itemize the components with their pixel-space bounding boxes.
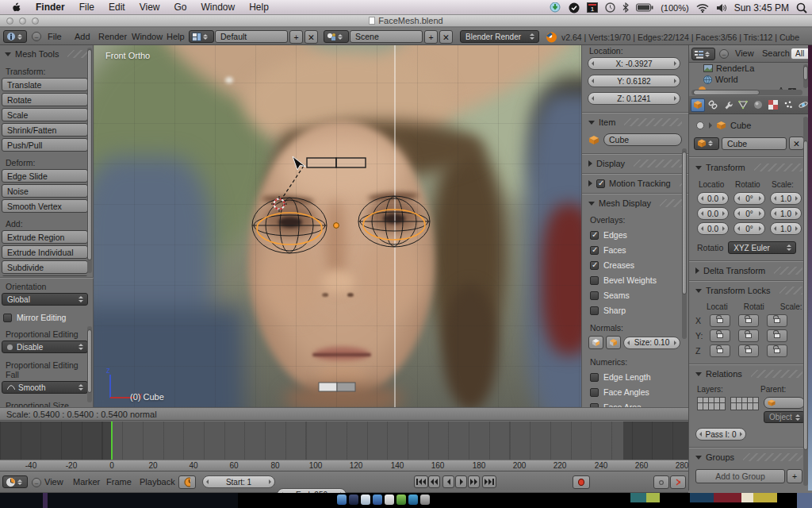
loc-y-field[interactable]: 0.0: [697, 207, 729, 220]
breadcrumb-object-name[interactable]: Cube: [730, 121, 751, 130]
dock-icon[interactable]: [396, 495, 406, 505]
rot-z-field[interactable]: 0°: [733, 222, 765, 235]
menubar-go[interactable]: Go: [167, 2, 194, 13]
location-x-field[interactable]: X: -0.3927: [588, 57, 680, 70]
rot-y-field[interactable]: 0°: [733, 207, 765, 220]
menubar-clock[interactable]: Sun 3:45 PM: [734, 2, 789, 13]
lock-loc-y[interactable]: [710, 329, 730, 342]
tab-modifiers[interactable]: [721, 98, 735, 112]
tool-button-smooth-vertex[interactable]: Smooth Vertex: [2, 199, 88, 213]
insert-keyframe-button[interactable]: [653, 475, 669, 489]
orientation-select[interactable]: Global: [2, 293, 88, 306]
overlay-faces-row[interactable]: Faces: [590, 245, 688, 255]
edge-length-row[interactable]: Edge Length: [590, 372, 688, 382]
relations-panel-header[interactable]: Relations: [695, 369, 802, 379]
tool-button-push-pull[interactable]: Push/Pull: [2, 138, 88, 152]
add-scene-button[interactable]: +: [424, 30, 438, 44]
menubar-file[interactable]: File: [72, 2, 102, 13]
transform-locks-header[interactable]: Transform Locks: [695, 286, 802, 295]
menubar-app-name[interactable]: Finder: [29, 2, 72, 13]
delete-keyframe-button[interactable]: [670, 475, 686, 489]
tab-constraints[interactable]: [706, 98, 720, 112]
dock-icon[interactable]: [408, 495, 418, 505]
lock-loc-z[interactable]: [710, 344, 730, 357]
npanel-scrollbar[interactable]: [682, 148, 687, 339]
location-y-field[interactable]: Y: 0.6182: [588, 75, 680, 87]
menubar-edit[interactable]: Edit: [102, 2, 132, 13]
mesh-display-header[interactable]: Mesh Display: [588, 198, 682, 208]
timeline-menu-playback[interactable]: Playback: [136, 477, 178, 487]
header-menu-file[interactable]: File: [44, 32, 65, 41]
scale-z-field[interactable]: 1.0: [770, 222, 802, 235]
tool-shelf-divider[interactable]: [0, 277, 94, 278]
face-angles-checkbox[interactable]: [590, 388, 599, 397]
tool-button-translate[interactable]: Translate: [2, 78, 88, 91]
overlay-bevel-weights-row[interactable]: Bevel Weights: [590, 275, 688, 285]
timeline-collapse-button[interactable]: –: [32, 478, 41, 487]
volume-icon[interactable]: [716, 3, 727, 13]
motion-tracking-checkbox[interactable]: [596, 179, 605, 188]
screen-layout-icon-button[interactable]: [189, 30, 214, 43]
tab-texture[interactable]: [766, 98, 780, 112]
item-name-field[interactable]: Cube: [603, 133, 682, 146]
auto-keyframe-record-button[interactable]: [573, 475, 590, 489]
add-layout-button[interactable]: +: [289, 30, 303, 44]
item-panel-header[interactable]: Item: [588, 117, 682, 127]
pass-index-field[interactable]: Pass I: 0: [695, 428, 746, 441]
dock-icon[interactable]: [349, 495, 358, 505]
seams-checkbox[interactable]: [590, 291, 599, 300]
lock-rot-z[interactable]: [738, 344, 759, 357]
dock-icons[interactable]: [337, 495, 430, 505]
scene-icon-button[interactable]: [324, 30, 349, 43]
outliner-filter-all-button[interactable]: All: [791, 48, 809, 60]
proportional-editing-select[interactable]: Disable: [2, 341, 88, 353]
scale-y-field[interactable]: 1.0: [770, 207, 802, 220]
overlay-creases-row[interactable]: Creases: [590, 260, 688, 270]
mesh-tools-header[interactable]: Mesh Tools: [5, 49, 90, 59]
viewport-3d[interactable]: z x Front Ortho (0) Cube: [94, 45, 581, 407]
overlay-sharp-row[interactable]: Sharp: [590, 306, 688, 315]
tool-button-edge-slide[interactable]: Edge Slide: [2, 169, 88, 183]
play-reverse-button[interactable]: [442, 475, 454, 488]
tool-button-rotate[interactable]: Rotate: [2, 93, 88, 106]
outliner-collapse-button[interactable]: –: [719, 49, 729, 59]
dock-icon[interactable]: [385, 495, 394, 505]
header-menu-render[interactable]: Render: [95, 32, 130, 41]
wifi-icon[interactable]: [696, 3, 709, 13]
overlay-edges-row[interactable]: Edges: [590, 230, 688, 240]
lock-rot-y[interactable]: [738, 329, 759, 342]
sync-check-icon[interactable]: [569, 2, 580, 13]
menubar-window[interactable]: Window: [194, 2, 243, 13]
mirror-editing-checkbox[interactable]: [3, 314, 12, 322]
jump-to-end-button[interactable]: [482, 475, 496, 488]
outliner-row-world[interactable]: World: [689, 73, 809, 84]
dock-icon[interactable]: [361, 495, 370, 505]
tab-object-data[interactable]: [736, 98, 750, 112]
tab-object[interactable]: [691, 98, 705, 112]
lock-loc-x[interactable]: [710, 314, 730, 327]
normals-size-field[interactable]: Size: 0.10: [623, 337, 680, 349]
menubar-help[interactable]: Help: [242, 2, 276, 13]
timeline-menu-frame[interactable]: Frame: [103, 477, 135, 487]
add-to-group-button[interactable]: Add to Group: [695, 469, 785, 483]
menubar-view[interactable]: View: [132, 2, 167, 13]
outliner-row-partial[interactable]: [689, 84, 809, 90]
dock-icon[interactable]: [420, 495, 430, 505]
window-titlebar[interactable]: FaceMesh.blend: [0, 15, 812, 27]
rot-x-field[interactable]: 0°: [733, 192, 765, 205]
use-preview-range-toggle[interactable]: [178, 475, 196, 489]
tab-material[interactable]: [751, 98, 765, 112]
dock-icon[interactable]: [337, 495, 347, 505]
timeline-menu-view[interactable]: View: [41, 477, 67, 487]
frame-start-field[interactable]: Start: 1: [202, 475, 275, 488]
tool-button-noise[interactable]: Noise: [2, 184, 88, 198]
transform-panel-header[interactable]: Transform: [695, 163, 802, 172]
object-id-icon-button[interactable]: [694, 137, 719, 150]
rotation-mode-select[interactable]: XYZ Euler: [728, 241, 796, 254]
bluetooth-icon[interactable]: [622, 2, 629, 13]
lock-scale-x[interactable]: [767, 314, 787, 327]
location-z-field[interactable]: Z: 0.1241: [588, 92, 680, 105]
layers-grid-right[interactable]: [730, 397, 759, 410]
tool-button-extrude-individual[interactable]: Extrude Individual: [2, 245, 88, 259]
outliner-row-renderlayers[interactable]: RenderLa: [689, 63, 809, 73]
